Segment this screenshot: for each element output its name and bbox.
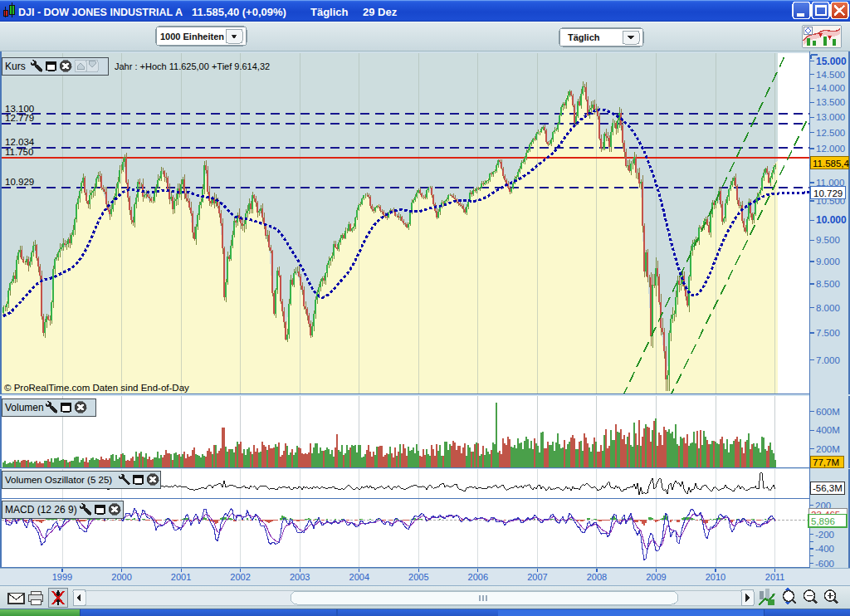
svg-text:2005: 2005	[408, 572, 428, 582]
svg-text:-400: -400	[815, 544, 834, 554]
svg-text:11.750: 11.750	[5, 147, 33, 157]
svg-text:Kurs: Kurs	[5, 61, 26, 72]
svg-text:12.779: 12.779	[5, 113, 34, 123]
svg-text:-200: -200	[815, 530, 834, 540]
svg-text:Jahr : +Hoch 11.625,00 +Tief 9: Jahr : +Hoch 11.625,00 +Tief 9.614,32	[115, 61, 270, 71]
svg-text:10.929: 10.929	[5, 177, 34, 187]
svg-text:10.000: 10.000	[816, 214, 847, 226]
svg-text:8.500: 8.500	[816, 279, 840, 289]
svg-text:-600: -600	[815, 559, 834, 569]
svg-text:Täglich: Täglich	[568, 32, 600, 42]
svg-text:2008: 2008	[587, 572, 607, 582]
svg-text:14.000: 14.000	[816, 83, 845, 93]
svg-text:2009: 2009	[646, 572, 666, 582]
svg-text:7.500: 7.500	[816, 328, 840, 338]
svg-text:5,896: 5,896	[811, 516, 835, 526]
svg-text:DJI - DOW JONES INDUSTRIAL A: DJI - DOW JONES INDUSTRIAL A	[18, 7, 183, 18]
svg-text:13.000: 13.000	[816, 112, 845, 122]
svg-text:2001: 2001	[171, 572, 191, 582]
svg-text:1000 Einheiten: 1000 Einheiten	[160, 32, 224, 42]
svg-text:400M: 400M	[816, 425, 840, 435]
svg-text:2002: 2002	[230, 572, 250, 582]
svg-text:2004: 2004	[349, 572, 369, 582]
svg-text:2011: 2011	[765, 572, 785, 582]
svg-text:8.000: 8.000	[816, 303, 840, 313]
svg-text:10.729: 10.729	[813, 188, 843, 198]
svg-text:12.000: 12.000	[816, 144, 845, 154]
svg-text:11.585,40 (+0,09%): 11.585,40 (+0,09%)	[192, 6, 286, 18]
svg-text:Täglich: Täglich	[310, 6, 349, 18]
svg-text:77,7M: 77,7M	[813, 457, 839, 467]
svg-text:15.000: 15.000	[816, 56, 847, 67]
svg-text:13.500: 13.500	[816, 97, 845, 107]
svg-text:© ProRealTime.com Daten sind: © ProRealTime.com Daten sind End-of-Day	[4, 383, 189, 393]
svg-text:11.585,4: 11.585,4	[813, 159, 850, 169]
svg-text:9.000: 9.000	[816, 257, 840, 266]
svg-text:2006: 2006	[468, 572, 488, 582]
svg-text:2010: 2010	[706, 572, 725, 582]
svg-text:200M: 200M	[816, 444, 840, 454]
svg-text:2003: 2003	[290, 572, 310, 582]
svg-text:12.500: 12.500	[816, 128, 845, 138]
svg-text:MACD (12 26 9): MACD (12 26 9)	[5, 504, 77, 516]
svg-text:-56,3M: -56,3M	[813, 483, 843, 493]
svg-text:7.000: 7.000	[816, 355, 840, 365]
svg-text:29 Dez: 29 Dez	[363, 6, 398, 18]
svg-text:1999: 1999	[52, 572, 72, 582]
svg-text:2000: 2000	[111, 572, 131, 582]
svg-text:12.034: 12.034	[5, 137, 35, 147]
svg-text:600M: 600M	[816, 407, 840, 417]
svg-text:Volumen Oszillator (5 25): Volumen Oszillator (5 25)	[5, 475, 112, 485]
svg-text:14.500: 14.500	[816, 70, 845, 80]
svg-text:9.500: 9.500	[816, 235, 840, 245]
svg-text:Volumen: Volumen	[5, 402, 44, 413]
svg-text:13.100: 13.100	[5, 104, 34, 114]
svg-text:2007: 2007	[527, 572, 547, 582]
